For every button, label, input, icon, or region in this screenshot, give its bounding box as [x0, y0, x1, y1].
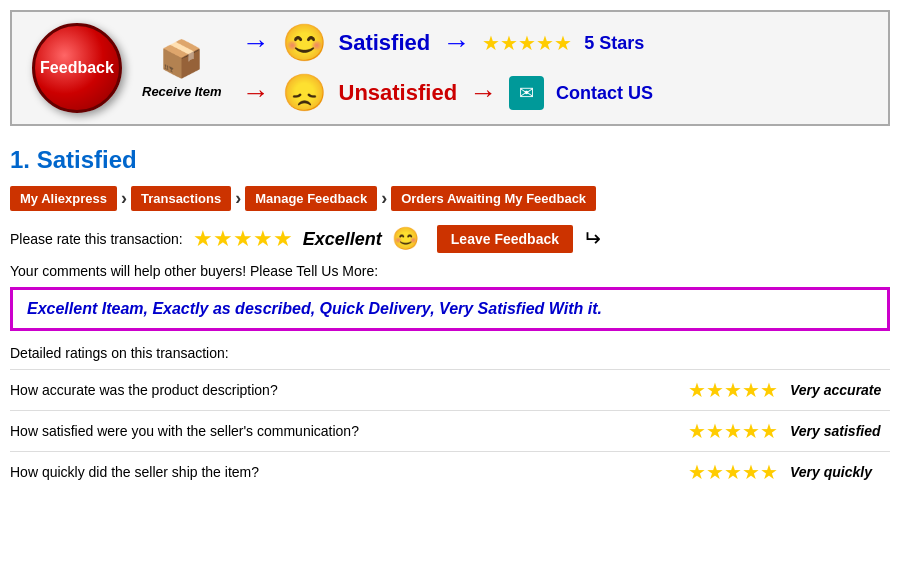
detail-question-3: How quickly did the seller ship the item…	[10, 464, 676, 480]
detail-question-2: How satisfied were you with the seller's…	[10, 423, 676, 439]
sad-smiley-icon: 😞	[282, 72, 327, 114]
rating-row: Please rate this transaction: ★★★★★ Exce…	[10, 225, 890, 253]
chevron-right-icon-3: ›	[381, 188, 387, 209]
chevron-right-icon-2: ›	[235, 188, 241, 209]
comments-label: Your comments will help other buyers! Pl…	[10, 263, 890, 279]
detail-stars-1: ★★★★★	[688, 378, 778, 402]
rating-stars-icon: ★★★★★	[193, 226, 293, 252]
arrow-red-1: →	[242, 77, 270, 109]
happy-smiley-icon: 😊	[282, 22, 327, 64]
section-title: 1. Satisfied	[10, 146, 890, 174]
comment-text: Excellent Iteam, Exactly as described, Q…	[27, 300, 602, 317]
feedback-button[interactable]: Feedback	[32, 23, 122, 113]
five-stars-icon: ★★★★★	[482, 31, 572, 55]
detail-stars-3: ★★★★★	[688, 460, 778, 484]
detail-value-1: Very accurate	[790, 382, 890, 398]
detail-stars-2: ★★★★★	[688, 419, 778, 443]
excellent-text: Excellent	[303, 229, 382, 250]
leave-feedback-button[interactable]: Leave Feedback	[437, 225, 573, 253]
breadcrumb-transactions[interactable]: Transactions	[131, 186, 231, 211]
arrow-blue-1: →	[242, 27, 270, 59]
detail-row-3: How quickly did the seller ship the item…	[10, 451, 890, 484]
feedback-label: Feedback	[40, 59, 114, 77]
satisfied-text: Satisfied	[339, 30, 431, 56]
chevron-right-icon-1: ›	[121, 188, 127, 209]
detail-value-3: Very quickly	[790, 464, 890, 480]
breadcrumb: My Aliexpress › Transactions › Manage Fe…	[10, 186, 890, 211]
detailed-label: Detailed ratings on this transaction:	[10, 345, 890, 361]
section-satisfied: 1. Satisfied My Aliexpress › Transaction…	[0, 136, 900, 484]
breadcrumb-manage-feedback[interactable]: Manage Feedback	[245, 186, 377, 211]
banner: Feedback 📦 Receive Item → 😊 Satisfied → …	[10, 10, 890, 126]
breadcrumb-myaliexpress[interactable]: My Aliexpress	[10, 186, 117, 211]
receive-label: Receive Item	[142, 84, 222, 99]
arrow-red-2: →	[469, 77, 497, 109]
unsatisfied-row: → 😞 Unsatisfied → ✉ Contact US	[242, 72, 869, 114]
satisfied-row: → 😊 Satisfied → ★★★★★ 5 Stars	[242, 22, 869, 64]
box-icon: 📦	[159, 38, 204, 80]
detail-question-1: How accurate was the product description…	[10, 382, 676, 398]
stars-label: 5 Stars	[584, 33, 644, 54]
rating-smiley-icon: 😊	[392, 226, 419, 252]
receive-item-section: 📦 Receive Item	[142, 38, 222, 99]
arrow-blue-2: →	[442, 27, 470, 59]
breadcrumb-orders-awaiting[interactable]: Orders Awaiting My Feedback	[391, 186, 596, 211]
rating-label: Please rate this transaction:	[10, 231, 183, 247]
mail-icon: ✉	[509, 76, 544, 110]
comment-box: Excellent Iteam, Exactly as described, Q…	[10, 287, 890, 331]
detail-row-2: How satisfied were you with the seller's…	[10, 410, 890, 443]
detail-value-2: Very satisfied	[790, 423, 890, 439]
contact-label: Contact US	[556, 83, 653, 104]
banner-arrows: → 😊 Satisfied → ★★★★★ 5 Stars → 😞 Unsati…	[242, 22, 869, 114]
unsatisfied-text: Unsatisfied	[339, 80, 458, 106]
detail-row-1: How accurate was the product description…	[10, 369, 890, 402]
curved-arrow-icon: ↵	[583, 226, 601, 252]
